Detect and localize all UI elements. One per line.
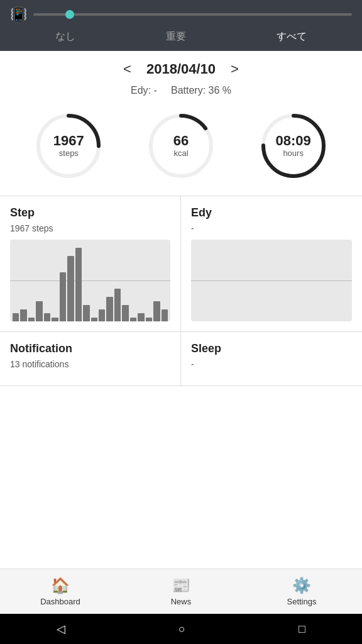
settings-label: Settings: [287, 597, 317, 606]
bar: [99, 309, 105, 322]
bar: [130, 318, 136, 322]
hours-circle: 08:09 hours: [259, 111, 328, 180]
android-nav: ◁ ○ □: [0, 614, 362, 644]
steps-value: 1967: [53, 133, 84, 148]
sleep-value: -: [191, 359, 352, 369]
tab-nashi[interactable]: なし: [45, 28, 85, 46]
news-label: News: [171, 597, 192, 606]
recent-button[interactable]: □: [299, 623, 305, 636]
notification-section: Notification 13 notifications: [0, 332, 181, 386]
hours-unit: hours: [283, 149, 304, 158]
bar: [122, 305, 128, 321]
notification-value: 13 notifications: [10, 359, 170, 369]
dashboard-label: Dashboard: [40, 597, 80, 606]
steps-unit: steps: [59, 149, 79, 158]
bar: [28, 318, 35, 322]
current-date: 2018/04/10: [146, 61, 216, 77]
tab-jyuyou[interactable]: 重要: [156, 28, 196, 46]
bar: [91, 318, 97, 322]
next-date-button[interactable]: >: [231, 61, 239, 77]
vibrate-icon: 📳: [10, 6, 27, 23]
step-title: Step: [10, 206, 170, 219]
dashboard-icon: 🏠: [51, 577, 70, 594]
brightness-slider-track[interactable]: [33, 13, 352, 16]
brightness-slider-thumb[interactable]: [65, 10, 74, 19]
bar: [44, 313, 50, 321]
circles-row: 1967 steps 66 kcal 08:09 hours: [0, 106, 362, 196]
news-icon: 📰: [172, 577, 190, 594]
bar: [146, 318, 152, 322]
prev-date-button[interactable]: <: [123, 61, 131, 77]
hours-circle-inner: 08:09 hours: [276, 133, 311, 158]
kcal-circle-inner: 66 kcal: [173, 133, 189, 158]
bar: [60, 272, 66, 321]
settings-icon: ⚙️: [292, 577, 311, 594]
step-chart: [10, 240, 170, 321]
notification-bar: 📳 なし 重要 すべて: [0, 0, 362, 51]
battery-info: Battery: 36 %: [171, 85, 231, 96]
step-value: 1967 steps: [10, 223, 170, 233]
bar: [153, 301, 160, 322]
nav-settings[interactable]: ⚙️ Settings: [241, 569, 362, 614]
main-content: < 2018/04/10 > Edy: - Battery: 36 % 1967…: [0, 51, 362, 569]
vibrate-row: 📳: [10, 6, 352, 23]
bar: [36, 301, 42, 322]
edy-chart: [191, 240, 352, 321]
edy-chart-line: [191, 280, 352, 281]
sleep-section: Sleep -: [181, 332, 362, 386]
kcal-unit: kcal: [173, 149, 188, 158]
tab-subete[interactable]: すべて: [266, 28, 317, 46]
step-section: Step 1967 steps: [0, 196, 181, 332]
back-button[interactable]: ◁: [57, 622, 65, 636]
hours-value: 08:09: [276, 133, 311, 148]
kcal-value: 66: [173, 133, 189, 148]
edy-info: Edy: -: [131, 85, 157, 96]
bar: [20, 309, 26, 322]
bar: [75, 248, 82, 321]
bar: [67, 256, 74, 321]
edy-value: -: [191, 223, 352, 233]
date-nav: < 2018/04/10 >: [0, 51, 362, 82]
bar: [114, 289, 121, 321]
nav-dashboard[interactable]: 🏠 Dashboard: [0, 569, 121, 614]
notification-title: Notification: [10, 342, 170, 355]
bar: [106, 297, 112, 321]
grid-sections: Step 1967 steps: [0, 196, 362, 386]
sleep-title: Sleep: [191, 342, 352, 355]
bottom-nav: 🏠 Dashboard 📰 News ⚙️ Settings: [0, 569, 362, 614]
bar: [13, 313, 19, 321]
home-button[interactable]: ○: [178, 623, 185, 636]
bar: [162, 309, 168, 322]
nav-news[interactable]: 📰 News: [121, 569, 241, 614]
bar: [83, 305, 89, 321]
kcal-circle: 66 kcal: [146, 111, 216, 180]
steps-circle-inner: 1967 steps: [53, 133, 84, 158]
edy-title: Edy: [191, 206, 352, 219]
edy-section: Edy -: [181, 196, 362, 332]
bar: [138, 313, 144, 321]
bar: [52, 318, 58, 322]
notification-tabs: なし 重要 すべて: [10, 28, 352, 51]
info-row: Edy: - Battery: 36 %: [0, 82, 362, 106]
steps-circle: 1967 steps: [34, 111, 103, 180]
step-bar-container: [10, 240, 170, 321]
